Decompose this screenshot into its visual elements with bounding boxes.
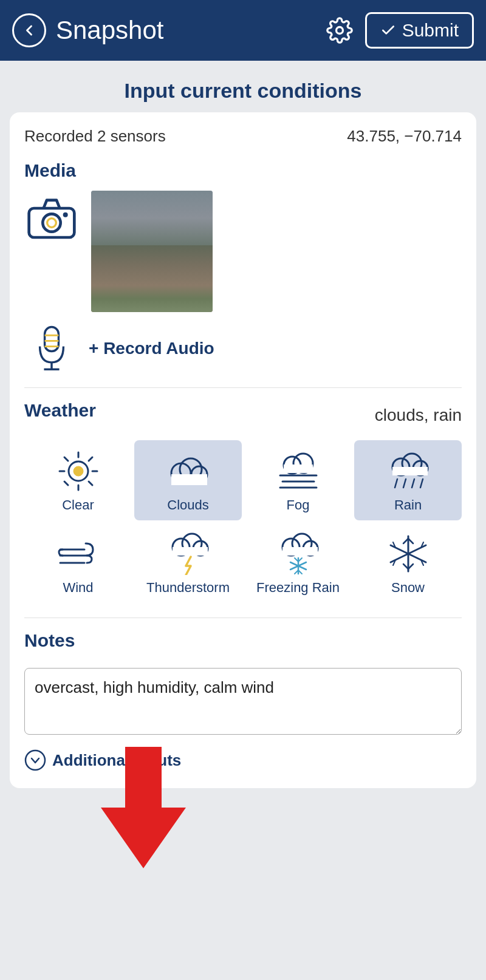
submit-label: Submit — [402, 20, 459, 41]
svg-line-37 — [403, 479, 406, 488]
media-section-label: Media — [24, 160, 462, 181]
section-divider-2 — [24, 618, 462, 618]
main-card: Recorded 2 sensors 43.755, −70.714 Media — [10, 112, 476, 788]
additional-inputs-label: Additional Inputs — [52, 751, 181, 770]
page-title-area: Input current conditions — [0, 61, 486, 112]
submit-button[interactable]: Submit — [365, 12, 474, 49]
svg-rect-5 — [45, 327, 59, 352]
weather-option-wind[interactable]: Wind — [24, 523, 132, 603]
media-section: Media — [24, 160, 462, 373]
chevron-down-circle-icon — [24, 749, 46, 771]
weather-label-thunderstorm: Thunderstorm — [146, 580, 230, 596]
record-audio-button[interactable]: + Record Audio — [89, 339, 214, 358]
svg-line-20 — [64, 481, 68, 485]
svg-rect-28 — [284, 464, 313, 473]
sensors-label: Recorded 2 sensors — [24, 127, 166, 146]
weather-grid: Clear Clouds — [24, 440, 462, 603]
weather-option-clouds[interactable]: Clouds — [134, 440, 242, 520]
svg-point-3 — [47, 219, 56, 228]
section-divider-1 — [24, 387, 462, 388]
weather-option-clear[interactable]: Clear — [24, 440, 132, 520]
svg-line-17 — [64, 457, 68, 461]
svg-point-68 — [26, 750, 45, 770]
weather-section: Weather clouds, rain — [24, 400, 462, 603]
svg-line-38 — [412, 479, 414, 488]
svg-point-0 — [336, 27, 343, 34]
svg-rect-35 — [392, 467, 428, 475]
weather-option-freezing-rain[interactable]: Freezing Rain — [244, 523, 352, 603]
page-title: Input current conditions — [12, 79, 474, 103]
weather-selected-display: clouds, rain — [375, 406, 462, 425]
settings-button[interactable] — [324, 15, 355, 46]
svg-point-12 — [74, 466, 83, 476]
weather-label-fog: Fog — [287, 497, 310, 513]
svg-rect-49 — [282, 547, 318, 556]
weather-label-clear: Clear — [62, 497, 94, 513]
camera-button[interactable] — [24, 191, 79, 239]
svg-line-19 — [89, 457, 92, 461]
svg-line-18 — [89, 481, 92, 485]
app-title: Snapshot — [56, 16, 314, 45]
svg-rect-24 — [171, 474, 207, 485]
coordinates: 43.755, −70.714 — [347, 127, 462, 146]
svg-line-36 — [395, 479, 397, 488]
weather-section-label: Weather — [24, 400, 96, 421]
media-content — [24, 191, 462, 312]
photo-thumbnail[interactable] — [91, 191, 213, 312]
sensors-row: Recorded 2 sensors 43.755, −70.714 — [24, 127, 462, 146]
svg-rect-45 — [173, 547, 208, 556]
weather-label-snow: Snow — [391, 580, 425, 596]
weather-option-snow[interactable]: Snow — [354, 523, 462, 603]
mic-icon[interactable] — [24, 324, 79, 373]
app-header: Snapshot Submit — [0, 0, 486, 61]
notes-textarea[interactable] — [24, 668, 462, 735]
weather-label-wind: Wind — [63, 580, 93, 596]
svg-point-2 — [43, 214, 60, 231]
weather-label-rain: Rain — [394, 497, 422, 513]
weather-option-thunderstorm[interactable]: Thunderstorm — [134, 523, 242, 603]
back-button[interactable] — [12, 13, 46, 47]
notes-section-label: Notes — [24, 630, 462, 651]
additional-inputs-row[interactable]: Additional Inputs — [24, 749, 462, 771]
weather-label-freezing-rain: Freezing Rain — [256, 580, 340, 596]
weather-header: Weather clouds, rain — [24, 400, 462, 430]
notes-section: Notes — [24, 630, 462, 737]
weather-label-clouds: Clouds — [167, 497, 208, 513]
weather-option-rain[interactable]: Rain — [354, 440, 462, 520]
svg-line-39 — [420, 479, 423, 488]
svg-point-4 — [63, 213, 68, 217]
weather-option-fog[interactable]: Fog — [244, 440, 352, 520]
audio-row: + Record Audio — [24, 324, 462, 373]
